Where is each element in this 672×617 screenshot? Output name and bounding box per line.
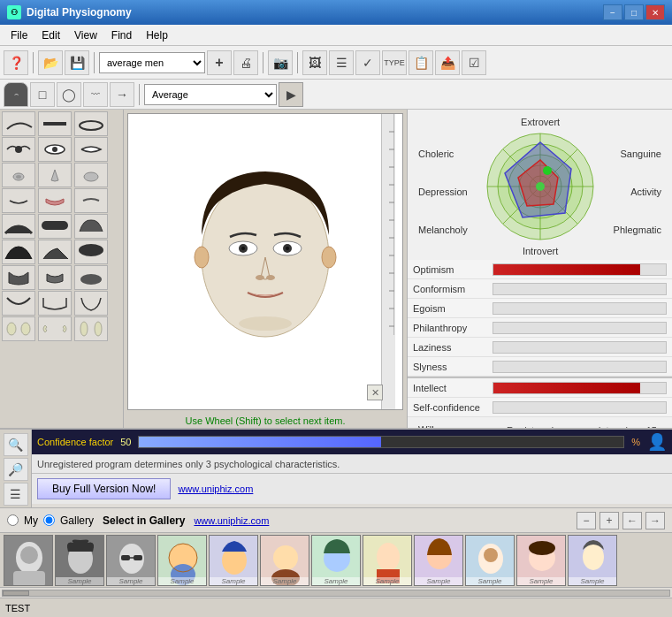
trait-laziness: Laziness [408, 338, 672, 357]
trait-bar-container-intellect [493, 382, 667, 394]
thumb-watermark-5: Sample [261, 577, 309, 585]
scroll-thumb[interactable] [3, 590, 29, 596]
hair-btn[interactable]: 〰 [83, 82, 108, 107]
menu-file[interactable]: File [4, 27, 34, 43]
feature-jaw-3[interactable] [74, 291, 108, 316]
svg-point-14 [95, 322, 102, 336]
buy-button[interactable]: Buy Full Version Now! [37, 478, 171, 499]
feature-hair-5[interactable] [38, 240, 72, 264]
svg-rect-64 [134, 555, 142, 560]
thumb-2[interactable]: Sample [106, 535, 156, 586]
thumb-watermark-2: Sample [107, 577, 155, 585]
feature-eye-2[interactable] [38, 137, 72, 162]
check-button[interactable]: ✓ [355, 50, 380, 75]
feature-ear-3[interactable] [74, 316, 108, 341]
feature-ear-1[interactable] [2, 316, 35, 341]
person-dropdown[interactable]: average men [99, 52, 205, 73]
svg-point-80 [583, 544, 604, 570]
minimize-button[interactable]: − [603, 4, 622, 20]
trait-bar-container-slyness [493, 361, 667, 373]
gallery-minus-btn[interactable]: − [577, 512, 596, 529]
photo-button[interactable]: 🖼 [302, 50, 327, 75]
arrow-btn[interactable]: → [110, 82, 134, 107]
maximize-button[interactable]: □ [624, 4, 644, 20]
add-button[interactable]: + [207, 50, 232, 75]
trait-bar-container-egoism [493, 302, 667, 315]
camera-button[interactable]: 📷 [268, 50, 293, 75]
report-button[interactable]: 📋 [409, 50, 433, 75]
toolbar-main: ❓ 📂 💾 average men + 🖨 📷 🖼 ☰ ✓ TYPE 📋 📤 ☑ [0, 46, 672, 80]
thumb-7[interactable]: Sample [363, 535, 412, 586]
feature-eyebrow-rect[interactable] [38, 111, 72, 136]
type-button[interactable]: TYPE [382, 50, 407, 75]
export-button[interactable]: 📤 [435, 50, 460, 75]
check2-button[interactable]: ☑ [462, 50, 486, 75]
feature-eyebrow-round[interactable] [74, 111, 108, 136]
thumb-8[interactable]: Sample [414, 535, 463, 586]
menu-view[interactable]: View [67, 27, 104, 43]
list-icon[interactable]: ☰ [4, 483, 28, 506]
feature-eye-1[interactable] [2, 137, 35, 162]
trait-label-philanthropy: Philanthropy [413, 323, 493, 333]
style-dropdown[interactable]: Average [144, 84, 277, 105]
thumb-1[interactable]: Sample [55, 535, 104, 586]
feature-mouth-2[interactable] [38, 188, 72, 213]
feature-hair-6[interactable] [74, 240, 108, 264]
feature-beard-2[interactable] [38, 265, 72, 290]
feature-hair-4[interactable] [2, 240, 35, 264]
svg-point-24 [256, 275, 264, 280]
thumb-9[interactable]: Sample [465, 535, 515, 586]
scroll-track[interactable] [2, 590, 670, 597]
feature-ear-2[interactable] [38, 316, 72, 341]
feature-eyebrow-arch[interactable] [2, 111, 35, 136]
zoom-in-icon[interactable]: 🔍 [4, 433, 28, 456]
play-btn[interactable]: ▶ [279, 82, 303, 107]
feature-jaw-2[interactable] [38, 291, 72, 316]
gallery-plus-btn[interactable]: + [599, 512, 619, 529]
feature-hair-3[interactable] [74, 214, 108, 239]
gallery-radio[interactable] [43, 514, 55, 526]
print-button[interactable]: 🖨 [233, 50, 258, 75]
thumb-3[interactable]: Sample [157, 535, 207, 586]
thumb-10[interactable]: Sample [516, 535, 566, 586]
close-button[interactable]: ✕ [645, 4, 665, 20]
title-bar-title: Digital Physiognomy [27, 6, 132, 19]
feature-nose-2[interactable] [38, 163, 72, 187]
thumb-0[interactable] [4, 535, 53, 586]
menu-bar: File Edit View Find Help [0, 25, 672, 46]
gallery-link[interactable]: www.uniphiz.com [194, 515, 269, 526]
face-close-button[interactable]: ✕ [367, 385, 383, 400]
feature-hair-1[interactable] [2, 214, 35, 239]
feature-nose-1[interactable] [2, 163, 35, 187]
save-button[interactable]: 💾 [65, 50, 89, 75]
gallery-next-btn[interactable]: → [645, 512, 665, 529]
feature-hair-2[interactable] [38, 214, 72, 239]
feature-jaw-1[interactable] [2, 291, 35, 316]
menu-find[interactable]: Find [104, 27, 139, 43]
thumb-6[interactable]: Sample [311, 535, 361, 586]
square-btn[interactable]: □ [30, 82, 55, 107]
feature-eye-3[interactable] [74, 137, 108, 162]
feature-beard-1[interactable] [2, 265, 35, 290]
eyebrow-btn[interactable]: ⌢ [4, 82, 28, 107]
uniphiz-link[interactable]: www.uniphiz.com [178, 484, 253, 494]
my-radio[interactable] [7, 514, 19, 526]
feature-mouth-1[interactable] [2, 188, 35, 213]
round-btn[interactable]: ◯ [57, 82, 81, 107]
zoom-out-icon[interactable]: 🔎 [4, 458, 28, 481]
thumb-11[interactable]: Sample [568, 535, 617, 586]
thumb-5[interactable]: Sample [260, 535, 309, 586]
list-button[interactable]: ☰ [329, 50, 354, 75]
feature-nose-3[interactable] [74, 163, 108, 187]
sep2 [94, 52, 95, 73]
scrollbar-horizontal[interactable] [0, 587, 672, 598]
menu-edit[interactable]: Edit [34, 27, 67, 43]
gallery-prev-btn[interactable]: ← [622, 512, 642, 529]
thumb-4[interactable]: Sample [209, 535, 258, 586]
feature-mouth-3[interactable] [74, 188, 108, 213]
feature-beard-3[interactable] [74, 265, 108, 290]
open-button[interactable]: 📂 [38, 50, 63, 75]
menu-help[interactable]: Help [139, 27, 175, 43]
sanguine-label: Sanguine [614, 149, 661, 159]
help-button[interactable]: ❓ [4, 50, 28, 75]
